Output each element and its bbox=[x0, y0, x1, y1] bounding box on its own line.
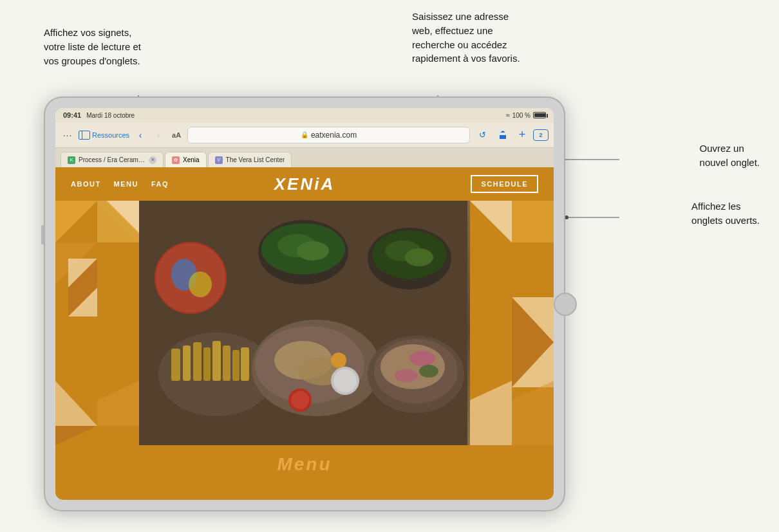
svg-marker-25 bbox=[512, 201, 554, 243]
sidebar-label: Ressources bbox=[92, 131, 129, 139]
geo-pattern-right bbox=[470, 201, 554, 445]
more-button[interactable]: ··· bbox=[61, 128, 75, 142]
share-button[interactable] bbox=[494, 127, 511, 143]
tabs-bar: K Process / Era Ceramics ✕ ✿ Xenia V The… bbox=[55, 148, 554, 167]
schedule-button[interactable]: SCHEDULE bbox=[471, 175, 538, 193]
ipad-frame: 09:41 Mardi 18 octobre ≈ 100 % ··· bbox=[44, 96, 565, 511]
tab-process-favicon: K bbox=[68, 156, 75, 164]
status-date: Mardi 18 octobre bbox=[86, 112, 135, 119]
status-bar: 09:41 Mardi 18 octobre ≈ 100 % bbox=[55, 108, 554, 122]
geo-pattern-left bbox=[55, 201, 139, 445]
ipad-home-button[interactable] bbox=[554, 293, 577, 316]
tab-process[interactable]: K Process / Era Ceramics ✕ bbox=[61, 152, 164, 167]
callout-new-tab: Ouvrez un nouvel onglet. bbox=[700, 142, 760, 170]
nav-links: ABOUT MENU FAQ bbox=[71, 180, 169, 188]
callout-top-right: Saisissez une adresse web, effectuez une… bbox=[412, 10, 520, 66]
food-photo bbox=[139, 201, 470, 445]
wifi-icon: ≈ bbox=[506, 111, 510, 119]
sidebar-icon bbox=[79, 131, 90, 140]
nav-about[interactable]: ABOUT bbox=[71, 180, 101, 188]
tab-xenia-label: Xenia bbox=[183, 156, 200, 163]
tab-process-close[interactable]: ✕ bbox=[149, 156, 156, 164]
forward-button[interactable]: › bbox=[151, 128, 165, 142]
address-text: eatxenia.com bbox=[311, 131, 357, 140]
website-bottom: Menu bbox=[55, 445, 554, 484]
ipad-screen: 09:41 Mardi 18 octobre ≈ 100 % ··· bbox=[55, 108, 554, 500]
food-image-area bbox=[55, 201, 554, 445]
website-logo: XENiA bbox=[274, 174, 335, 194]
status-time: 09:41 bbox=[63, 111, 81, 119]
website-nav: ABOUT MENU FAQ XENiA SCHEDULE bbox=[55, 167, 554, 201]
website-content: ABOUT MENU FAQ XENiA SCHEDULE bbox=[55, 167, 554, 500]
lock-icon: 🔒 bbox=[301, 131, 308, 138]
callout-top-left: Affichez vos signets, votre liste de lec… bbox=[44, 26, 141, 68]
nav-faq[interactable]: FAQ bbox=[151, 180, 169, 188]
back-button[interactable]: ‹ bbox=[133, 128, 147, 142]
battery-icon bbox=[533, 112, 546, 118]
tabs-overview-button[interactable]: 2 bbox=[533, 129, 549, 141]
tab-vera-label: The Vera List Center bbox=[226, 156, 285, 163]
tab-process-label: Process / Era Ceramics bbox=[79, 156, 145, 163]
ipad-side-button bbox=[41, 225, 44, 244]
address-bar[interactable]: 🔒 eatxenia.com bbox=[187, 127, 470, 143]
tab-xenia-favicon: ✿ bbox=[172, 156, 180, 164]
nav-menu[interactable]: MENU bbox=[114, 180, 138, 188]
safari-toolbar: ··· Ressources ‹ › aA 🔒 eatxenia.com bbox=[55, 122, 554, 148]
reader-button[interactable]: aA bbox=[169, 131, 183, 139]
battery-percent: 100 % bbox=[512, 112, 530, 119]
tab-vera[interactable]: V The Vera List Center bbox=[208, 152, 292, 167]
reload-button[interactable]: ↺ bbox=[474, 127, 491, 143]
new-tab-button[interactable]: + bbox=[515, 128, 529, 142]
svg-rect-69 bbox=[139, 201, 467, 445]
bottom-text: Menu bbox=[277, 454, 332, 475]
tab-vera-favicon: V bbox=[215, 156, 223, 164]
tab-xenia[interactable]: ✿ Xenia bbox=[165, 152, 207, 167]
callout-tabs-open: Affichez les onglets ouverts. bbox=[691, 199, 760, 228]
sidebar-button[interactable]: Ressources bbox=[79, 131, 129, 140]
